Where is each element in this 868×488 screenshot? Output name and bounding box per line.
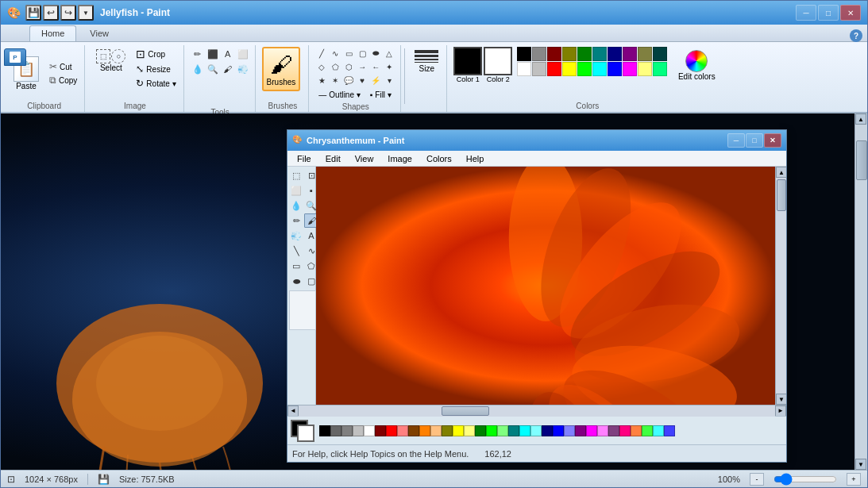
- palette-swatch[interactable]: [562, 62, 577, 76]
- undo-button[interactable]: ↩: [43, 5, 59, 21]
- fill-tool[interactable]: ⬛: [206, 47, 220, 61]
- inner-palette-swatch[interactable]: [364, 425, 375, 436]
- inner-rect-tool[interactable]: ▭: [289, 259, 303, 273]
- palette-swatch[interactable]: [608, 62, 622, 76]
- color1-swatch[interactable]: [453, 47, 482, 75]
- inner-palette-swatch[interactable]: [519, 425, 530, 436]
- zoom-in-button[interactable]: +: [847, 473, 861, 486]
- select-button[interactable]: ⬚ ○ Select: [91, 47, 130, 75]
- inner-ellipse-tool[interactable]: ⬬: [289, 274, 303, 288]
- brush-tool[interactable]: 🖌: [221, 62, 235, 76]
- fill-button[interactable]: ▪ Fill ▾: [367, 89, 395, 101]
- inner-palette-swatch[interactable]: [664, 425, 675, 436]
- size-selector[interactable]: Size: [411, 47, 442, 76]
- close-button[interactable]: ✕: [840, 5, 861, 21]
- inner-scrollbar-horizontal[interactable]: ◄ ►: [287, 405, 786, 416]
- inner-palette-swatch[interactable]: [386, 425, 397, 436]
- menu-view[interactable]: View: [349, 152, 380, 165]
- inner-background-color[interactable]: [297, 425, 314, 442]
- inner-palette-swatch[interactable]: [319, 425, 330, 436]
- qat-dropdown-button[interactable]: ▼: [78, 5, 94, 21]
- inner-palette-swatch[interactable]: [575, 425, 586, 436]
- palette-swatch[interactable]: [592, 47, 607, 61]
- inner-palette-swatch[interactable]: [375, 425, 386, 436]
- inner-palette-swatch[interactable]: [430, 425, 442, 436]
- inner-picker-tool[interactable]: 💧: [289, 198, 303, 213]
- inner-palette-swatch[interactable]: [397, 425, 408, 436]
- palette-swatch[interactable]: [592, 62, 607, 76]
- copy-button[interactable]: ⧉ Copy: [47, 74, 79, 86]
- main-scrollbar-vertical[interactable]: ▲ ▼: [854, 113, 867, 470]
- palette-swatch[interactable]: [608, 47, 622, 61]
- callout-shape[interactable]: 💬: [342, 74, 355, 86]
- inner-palette-swatch[interactable]: [542, 425, 553, 436]
- menu-image[interactable]: Image: [381, 152, 419, 165]
- ellipse-shape[interactable]: ⬬: [369, 47, 382, 60]
- inner-palette-swatch[interactable]: [453, 425, 464, 436]
- palette-swatch[interactable]: [638, 47, 652, 61]
- airbrush-tool[interactable]: 💨: [236, 62, 250, 76]
- palette-swatch[interactable]: [547, 47, 561, 61]
- hexagon-shape[interactable]: ⬡: [342, 60, 355, 73]
- outline-button[interactable]: — Outline ▾: [315, 89, 363, 101]
- inner-airbrush-tool[interactable]: 💨: [289, 229, 303, 243]
- eraser-tool[interactable]: ⬜: [236, 47, 250, 61]
- scroll-down-button[interactable]: ▼: [855, 459, 866, 470]
- inner-scroll-left[interactable]: ◄: [287, 405, 299, 417]
- inner-scroll-thumb-v[interactable]: [777, 179, 786, 211]
- pentagon-shape[interactable]: ⬠: [329, 60, 341, 73]
- inner-scroll-thumb-h[interactable]: [442, 406, 489, 416]
- inner-palette-swatch[interactable]: [486, 425, 497, 436]
- palette-swatch[interactable]: [577, 47, 592, 61]
- inner-eraser-small-tool[interactable]: ⬜: [289, 183, 303, 198]
- minimize-button[interactable]: ─: [796, 5, 816, 21]
- palette-swatch[interactable]: [623, 47, 637, 61]
- inner-palette-swatch[interactable]: [553, 425, 564, 436]
- palette-swatch[interactable]: [653, 62, 667, 76]
- redo-button[interactable]: ↪: [60, 5, 76, 21]
- palette-swatch[interactable]: [638, 62, 652, 76]
- pencil-tool[interactable]: ✏: [191, 47, 205, 61]
- inner-palette-swatch[interactable]: [330, 425, 341, 436]
- inner-scrollbar-vertical[interactable]: ▲ ▼: [775, 167, 786, 405]
- cut-button[interactable]: ✂ Cut: [47, 60, 79, 73]
- tab-home[interactable]: Home: [29, 25, 76, 41]
- inner-palette-swatch[interactable]: [653, 425, 664, 436]
- star5-shape[interactable]: ★: [315, 74, 328, 86]
- inner-line-tool[interactable]: ╲: [289, 244, 303, 258]
- zoom-slider[interactable]: [773, 473, 837, 486]
- inner-palette-swatch[interactable]: [530, 425, 542, 436]
- inner-canvas-area[interactable]: [316, 167, 775, 405]
- palette-swatch[interactable]: [623, 62, 637, 76]
- save-button[interactable]: 💾: [25, 5, 41, 21]
- inner-palette-swatch[interactable]: [442, 425, 453, 436]
- inner-scroll-right[interactable]: ►: [775, 405, 786, 417]
- inner-palette-swatch[interactable]: [608, 425, 619, 436]
- inner-palette-swatch[interactable]: [631, 425, 642, 436]
- inner-palette-swatch[interactable]: [475, 425, 486, 436]
- rotate-button[interactable]: ↻ Rotate ▾: [133, 77, 178, 90]
- inner-maximize-button[interactable]: □: [746, 133, 763, 148]
- palette-swatch[interactable]: [653, 47, 667, 61]
- star6-shape[interactable]: ✶: [329, 74, 341, 86]
- menu-edit[interactable]: Edit: [319, 152, 347, 165]
- magnify-tool[interactable]: 🔍: [206, 62, 220, 76]
- inner-palette-swatch[interactable]: [564, 425, 575, 436]
- inner-palette-swatch[interactable]: [353, 425, 364, 436]
- inner-palette-swatch[interactable]: [597, 425, 608, 436]
- picker-tool[interactable]: 💧: [191, 62, 205, 76]
- diamond-shape[interactable]: ◇: [315, 60, 328, 73]
- inner-palette-swatch[interactable]: [341, 425, 353, 436]
- curve-shape[interactable]: ∿: [329, 47, 341, 60]
- zoom-out-button[interactable]: -: [750, 473, 764, 486]
- tab-view[interactable]: View: [78, 25, 121, 41]
- inner-palette-swatch[interactable]: [419, 425, 430, 436]
- right-arrow-shape[interactable]: →: [356, 60, 368, 73]
- heart-shape[interactable]: ♥: [356, 74, 368, 86]
- inner-palette-swatch[interactable]: [464, 425, 475, 436]
- palette-swatch[interactable]: [532, 62, 546, 76]
- palette-swatch[interactable]: [532, 47, 546, 61]
- left-arrow-shape[interactable]: ←: [369, 60, 382, 73]
- line-shape[interactable]: ╱: [315, 47, 328, 60]
- inner-scroll-up[interactable]: ▲: [776, 167, 786, 178]
